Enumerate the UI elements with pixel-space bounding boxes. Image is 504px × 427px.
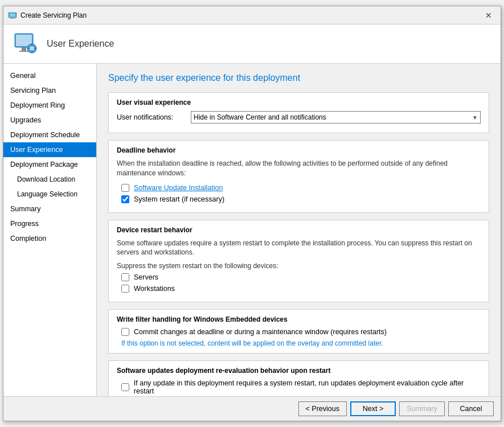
commit-label: Commit changes at deadline or during a m… bbox=[134, 328, 387, 336]
system-restart-checkbox[interactable] bbox=[121, 195, 129, 203]
next-button[interactable]: Next > bbox=[350, 401, 396, 416]
sidebar-item-deployment-schedule[interactable]: Deployment Schedule bbox=[3, 128, 96, 142]
software-update-row: Software Update Installation bbox=[121, 184, 481, 192]
window-body: User Experience General Servicing Plan D… bbox=[3, 24, 501, 421]
svg-rect-11 bbox=[31, 51, 32, 53]
header-icon bbox=[13, 30, 40, 58]
suppress-label: Suppress the system restart on the follo… bbox=[117, 262, 481, 270]
sidebar-item-completion[interactable]: Completion bbox=[3, 231, 96, 246]
svg-rect-12 bbox=[27, 48, 30, 49]
header-title: User Experience bbox=[47, 39, 114, 49]
re-evaluation-label: Software updates deployment re-evaluatio… bbox=[117, 367, 481, 375]
sidebar-item-deployment-ring[interactable]: Deployment Ring bbox=[3, 98, 96, 113]
workstations-row: Workstations bbox=[121, 285, 481, 293]
re-evaluation-checkbox[interactable] bbox=[121, 383, 129, 391]
content-title: Specify the user experience for this dep… bbox=[108, 73, 489, 83]
svg-rect-13 bbox=[34, 48, 36, 49]
main-area: General Servicing Plan Deployment Ring U… bbox=[3, 64, 501, 396]
sidebar-item-general[interactable]: General bbox=[3, 68, 96, 83]
sidebar-item-summary[interactable]: Summary bbox=[3, 202, 96, 216]
notifications-dropdown[interactable]: Hide in Software Center and all notifica… bbox=[191, 111, 481, 124]
write-filter-info: If this option is not selected, content … bbox=[121, 339, 481, 347]
sidebar-item-user-experience[interactable]: User Experience bbox=[3, 142, 96, 157]
commit-row: Commit changes at deadline or during a m… bbox=[121, 328, 481, 336]
workstations-label: Workstations bbox=[134, 285, 175, 293]
svg-rect-7 bbox=[19, 51, 28, 52]
main-window: Create Servicing Plan ✕ bbox=[3, 6, 501, 421]
previous-button[interactable]: < Previous bbox=[298, 401, 347, 416]
window-icon bbox=[8, 11, 17, 20]
svg-point-9 bbox=[30, 46, 34, 51]
deadline-description: When the installation deadline is reache… bbox=[117, 159, 481, 178]
re-evaluation-row: If any update in this deployment require… bbox=[121, 379, 481, 395]
deadline-section-label: Deadline behavior bbox=[117, 146, 481, 154]
notifications-label: User notifications: bbox=[117, 113, 191, 121]
write-filter-section: Write filter handling for Windows Embedd… bbox=[108, 309, 489, 354]
summary-button[interactable]: Summary bbox=[399, 401, 445, 416]
device-restart-label: Device restart behavior bbox=[117, 226, 481, 234]
sidebar: General Servicing Plan Deployment Ring U… bbox=[3, 64, 97, 396]
svg-rect-1 bbox=[10, 13, 15, 17]
device-restart-section: Device restart behavior Some software up… bbox=[108, 220, 489, 303]
sidebar-item-download-location[interactable]: Download Location bbox=[3, 172, 96, 187]
svg-rect-10 bbox=[31, 44, 32, 46]
sidebar-item-deployment-package[interactable]: Deployment Package bbox=[3, 157, 96, 172]
notifications-row: User notifications: Hide in Software Cen… bbox=[117, 111, 481, 124]
cancel-button[interactable]: Cancel bbox=[448, 401, 494, 416]
deadline-behavior-section: Deadline behavior When the installation … bbox=[108, 140, 489, 213]
title-bar: Create Servicing Plan ✕ bbox=[3, 6, 501, 24]
servers-row: Servers bbox=[121, 273, 481, 281]
sidebar-item-language-selection[interactable]: Language Selection bbox=[3, 187, 96, 202]
notifications-dropdown-value: Hide in Software Center and all notifica… bbox=[194, 113, 326, 121]
header-area: User Experience bbox=[3, 24, 501, 64]
dropdown-arrow-icon: ▼ bbox=[472, 114, 478, 121]
user-visual-label: User visual experience bbox=[117, 98, 481, 106]
user-visual-experience-section: User visual experience User notification… bbox=[108, 92, 489, 133]
system-restart-row: System restart (if necessary) bbox=[121, 195, 481, 203]
commit-checkbox[interactable] bbox=[121, 328, 129, 336]
system-restart-label: System restart (if necessary) bbox=[134, 195, 224, 203]
svg-rect-3 bbox=[10, 18, 15, 19]
sidebar-item-progress[interactable]: Progress bbox=[3, 216, 96, 231]
workstations-checkbox[interactable] bbox=[121, 285, 129, 293]
re-evaluation-section: Software updates deployment re-evaluatio… bbox=[108, 360, 489, 396]
servers-checkbox[interactable] bbox=[121, 273, 129, 281]
software-update-label[interactable]: Software Update Installation bbox=[134, 184, 223, 192]
re-evaluation-checkbox-label: If any update in this deployment require… bbox=[134, 379, 481, 395]
servers-label: Servers bbox=[134, 273, 158, 281]
software-update-checkbox[interactable] bbox=[121, 184, 129, 192]
write-filter-label: Write filter handling for Windows Embedd… bbox=[117, 315, 481, 323]
footer: < Previous Next > Summary Cancel bbox=[3, 396, 501, 421]
sidebar-item-servicing-plan[interactable]: Servicing Plan bbox=[3, 83, 96, 98]
svg-rect-6 bbox=[22, 47, 26, 51]
close-button[interactable]: ✕ bbox=[481, 10, 496, 21]
sidebar-item-upgrades[interactable]: Upgrades bbox=[3, 113, 96, 128]
device-restart-description: Some software updates require a system r… bbox=[117, 239, 481, 258]
content-area: Specify the user experience for this dep… bbox=[97, 64, 501, 396]
window-title: Create Servicing Plan bbox=[21, 11, 481, 19]
